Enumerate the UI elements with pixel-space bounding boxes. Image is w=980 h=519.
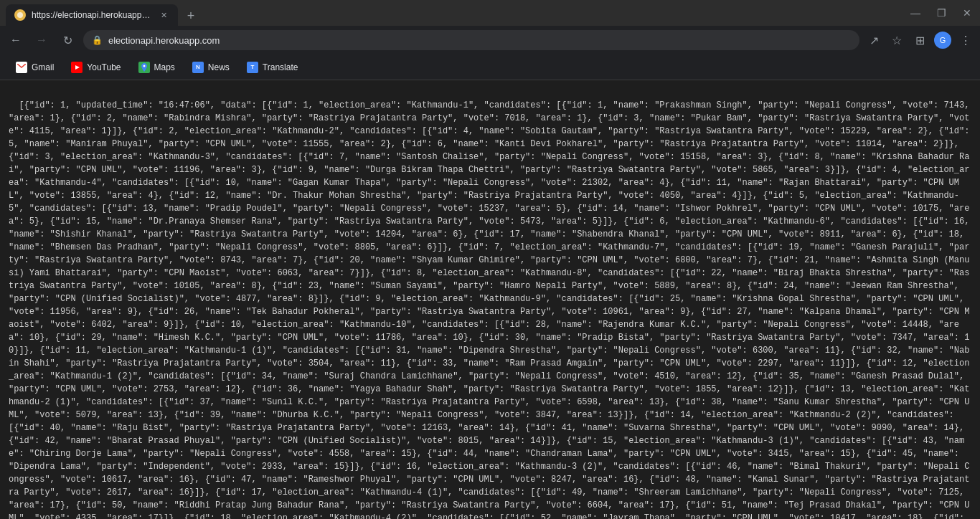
maximize-button[interactable]: ❐ [934,6,948,20]
forward-button[interactable]: → [32,30,52,50]
page-content: [{"id": 1, "updated_time": "16:47:06", "… [0,80,980,519]
menu-icon[interactable]: ⋮ [957,32,974,49]
lock-icon: 🔒 [92,35,103,45]
svg-point-0 [17,12,23,18]
maps-label: Maps [154,62,175,72]
new-tab-button[interactable]: + [181,6,201,26]
address-text: electionapi.herokuapp.com [108,35,851,46]
tab-favicon [14,9,26,21]
tabs-area: https://electionapi.herokuapp.co... ✕ + [6,0,908,26]
svg-point-3 [143,65,145,67]
address-bar-row: ← → ↻ 🔒 electionapi.herokuapp.com ↗ ☆ ⊞ … [0,26,980,54]
maps-favicon [138,62,150,73]
browser-chrome: https://electionapi.herokuapp.co... ✕ + … [0,0,980,80]
translate-label: Translate [263,62,298,72]
youtube-label: YouTube [87,62,121,72]
active-tab[interactable]: https://electionapi.herokuapp.co... ✕ [6,4,178,26]
translate-favicon: T [247,62,258,73]
tab-title: https://electionapi.herokuapp.co... [32,10,152,20]
address-bar-actions: ↗ ☆ ⊞ G ⋮ [865,32,974,49]
profile-icon[interactable]: G [934,32,951,49]
tab-close-button[interactable]: ✕ [158,9,169,21]
window-controls: — ❐ ✕ [908,6,974,20]
news-label: News [208,62,230,72]
bookmarks-bar: Gmail YouTube Maps N News T Translate [0,54,980,80]
youtube-favicon [71,62,83,73]
bookmark-gmail[interactable]: Gmail [9,58,61,77]
gmail-label: Gmail [32,62,54,72]
news-favicon: N [192,62,204,73]
extension-icon[interactable]: ⊞ [911,32,928,49]
bookmark-news[interactable]: N News [185,58,237,77]
title-bar: https://electionapi.herokuapp.co... ✕ + … [0,0,980,26]
refresh-button[interactable]: ↻ [57,30,77,50]
bookmark-youtube[interactable]: YouTube [64,58,128,77]
bookmark-icon[interactable]: ☆ [888,32,905,49]
json-content: [{"id": 1, "updated_time": "16:47:06", "… [9,100,975,519]
gmail-favicon [16,62,27,73]
svg-marker-2 [75,65,80,70]
minimize-button[interactable]: — [908,6,923,20]
close-button[interactable]: ✕ [960,6,974,20]
bookmark-translate[interactable]: T Translate [240,58,306,77]
bookmark-maps[interactable]: Maps [131,58,182,77]
address-bar[interactable]: 🔒 electionapi.herokuapp.com [83,30,859,50]
back-button[interactable]: ← [6,30,26,50]
share-icon[interactable]: ↗ [865,32,882,49]
